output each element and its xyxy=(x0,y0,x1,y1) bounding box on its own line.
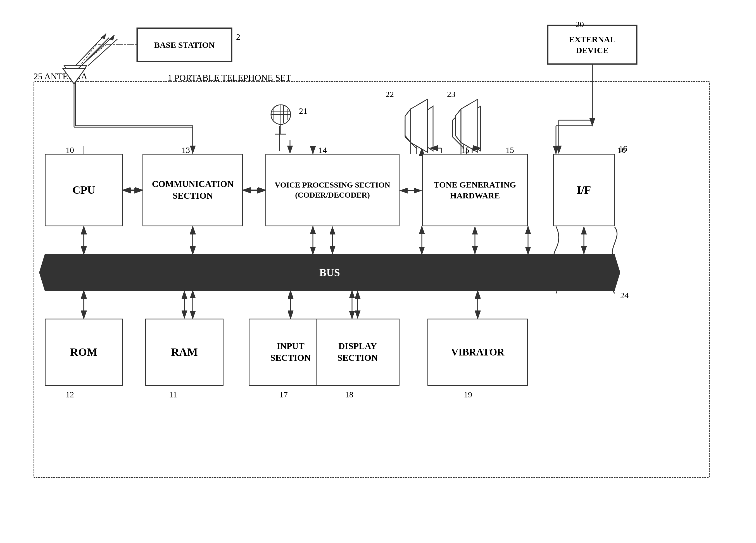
vibrator-box: VIBRATOR xyxy=(427,319,528,386)
svg-marker-57 xyxy=(461,99,478,152)
svg-marker-10 xyxy=(101,34,106,39)
if-label: I/F xyxy=(577,183,591,197)
input-label: INPUT SECTION xyxy=(270,340,311,364)
rom-num: 12 xyxy=(66,390,74,399)
mic-num: 21 xyxy=(299,106,307,116)
vibrator-num: 19 xyxy=(464,390,472,399)
svg-line-64 xyxy=(88,39,117,66)
vibrator-label: VIBRATOR xyxy=(451,346,505,359)
antenna-label: 25 ANTENNA xyxy=(34,71,87,82)
display-label: DISPLAY SECTION xyxy=(337,340,378,364)
if-box: I/F xyxy=(553,154,615,226)
svg-line-67 xyxy=(81,45,96,64)
bus-label: BUS xyxy=(319,266,340,279)
external-device-label: EXTERNAL DEVICE xyxy=(569,34,616,56)
comm-num: 13 xyxy=(182,145,190,155)
display-num: 18 xyxy=(345,390,353,399)
svg-line-8 xyxy=(75,34,106,66)
svg-line-12 xyxy=(85,45,106,61)
tone-num2: 15 xyxy=(506,145,514,155)
diagram-container: BASE STATION 2 EXTERNAL DEVICE 20 1 PORT… xyxy=(17,17,738,506)
voice-label: VOICE PROCESSING SECTION (CODER/DECODER) xyxy=(275,180,390,200)
bus-bar: BUS xyxy=(39,254,620,291)
speaker1-icon xyxy=(402,98,430,155)
display-section-box: DISPLAY SECTION xyxy=(316,319,400,386)
cpu-num: 10 xyxy=(66,145,74,155)
base-station-num: 2 xyxy=(236,32,240,42)
comm-label: COMMUNICATION SECTION xyxy=(152,178,234,201)
if-connector-num: 24 xyxy=(620,291,629,300)
ram-box: RAM xyxy=(145,319,224,386)
rom-box: ROM xyxy=(45,319,123,386)
rom-label: ROM xyxy=(70,345,98,359)
svg-line-9 xyxy=(87,38,109,60)
ram-num: 11 xyxy=(169,390,177,399)
voice-proc-box: VOICE PROCESSING SECTION (CODER/DECODER) xyxy=(265,154,400,226)
tone-label: TONE GENERATING HARDWARE xyxy=(434,179,516,201)
tone-gen-box: TONE GENERATING HARDWARE xyxy=(422,154,528,226)
external-device-box: EXTERNAL DEVICE xyxy=(548,25,637,64)
tone-num: 15 xyxy=(461,145,469,155)
cpu-box: CPU xyxy=(45,154,123,226)
svg-marker-54 xyxy=(411,99,427,152)
input-num: 17 xyxy=(279,390,288,399)
svg-marker-65 xyxy=(109,35,115,41)
base-station-label: BASE STATION xyxy=(154,39,215,50)
external-device-num: 20 xyxy=(576,20,584,29)
base-station-box: BASE STATION xyxy=(137,28,232,61)
svg-marker-53 xyxy=(405,109,411,143)
svg-line-63 xyxy=(78,35,115,68)
voice-num: 14 xyxy=(318,145,327,155)
speaker2-num: 23 xyxy=(447,89,455,99)
svg-marker-56 xyxy=(455,109,461,143)
if-num-label: 16 xyxy=(619,144,627,153)
speaker1-num: 22 xyxy=(386,89,394,99)
microphone-icon xyxy=(268,103,293,140)
cpu-label: CPU xyxy=(72,183,95,197)
ram-label: RAM xyxy=(171,345,198,359)
comm-section-box: COMMUNICATION SECTION xyxy=(142,154,243,226)
